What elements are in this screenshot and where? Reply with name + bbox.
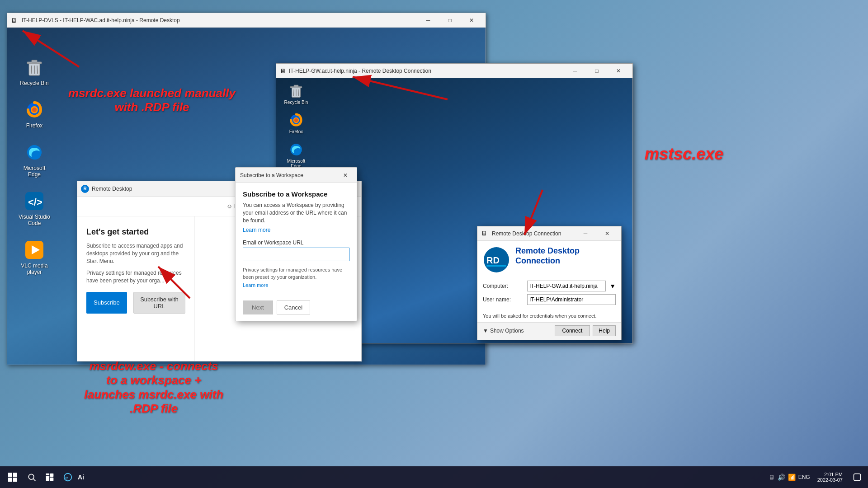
svg-line-45 [33, 479, 36, 481]
svg-text:RD: RD [486, 255, 500, 265]
feedback-icon: ☺ [226, 203, 232, 210]
cancel-btn[interactable]: Cancel [277, 300, 310, 314]
icon-recycle-bin[interactable]: Recycle Bin [16, 55, 52, 88]
rdc-body: RD Remote Desktop Connection [477, 241, 621, 277]
second-edge[interactable]: Microsoft Edge [282, 141, 311, 169]
second-recycle-bin[interactable]: Recycle Bin [282, 83, 311, 105]
svg-rect-42 [8, 478, 12, 482]
privacy-text: Privacy settings for managed resources h… [243, 267, 349, 281]
speaker-icon: 🔊 [778, 474, 785, 481]
rdc-info: Remote Desktop Connection [515, 246, 580, 273]
icon-vscode[interactable]: </> Visual Studio Code [16, 188, 52, 228]
svg-line-5 [37, 66, 38, 74]
learn-more-link[interactable]: Learn more [243, 227, 349, 233]
vscode-icon: </> [24, 190, 45, 212]
rdc-minimize-btn[interactable]: ─ [575, 226, 596, 241]
date-display: 2022-03-07 [817, 477, 843, 483]
svg-line-3 [31, 66, 32, 74]
rdc-computer-input[interactable] [527, 281, 606, 291]
second-close-btn[interactable]: ✕ [608, 64, 629, 78]
svg-rect-52 [854, 474, 861, 481]
rdc-title: Remote Desktop Connection [492, 230, 575, 237]
second-firefox[interactable]: Firefox [282, 112, 311, 134]
rdc-controls: ─ ✕ [575, 226, 618, 241]
second-rdp-title: IT-HELP-GW.ad.it-help.ninja - Remote Des… [289, 68, 565, 74]
main-rdp-title: IT-HELP-DVLS - IT-HELP-WAC.ad.it-help.ni… [22, 17, 418, 23]
svg-text:e: e [66, 475, 68, 480]
second-maximize-btn[interactable]: □ [586, 64, 607, 78]
subscribe-heading: Subscribe to a Workspace [243, 190, 349, 198]
help-btn[interactable]: Help [593, 325, 616, 336]
start-button[interactable] [4, 468, 22, 486]
subscribe-footer: Next Cancel [236, 300, 357, 321]
firefox-icon [24, 99, 45, 121]
taskbar-right: 🖥 🔊 📶 ENG 2:01 PM 2022-03-07 [769, 470, 864, 484]
subscribe-url-btn[interactable]: Subscribe with URL [133, 292, 185, 314]
second-edge-icon [288, 141, 304, 158]
learn-more-2-link[interactable]: Learn more [243, 282, 349, 288]
maximize-btn[interactable]: □ [439, 13, 460, 28]
svg-rect-46 [46, 474, 50, 475]
second-firefox-label: Firefox [289, 129, 303, 134]
subscribe-buttons: Subscribe Subscribe with URL [86, 292, 185, 314]
show-options-label: Show Options [490, 328, 524, 334]
rdc-username-label: User name: [483, 296, 524, 303]
second-rdp-icon: 🖥 [280, 67, 286, 75]
email-input[interactable] [243, 248, 349, 261]
second-rdp-controls: ─ □ ✕ [565, 64, 629, 78]
subscribe-btn[interactable]: Subscribe [86, 292, 127, 314]
svg-point-44 [28, 474, 34, 479]
close-btn[interactable]: ✕ [461, 13, 482, 28]
rdc-close-btn[interactable]: ✕ [597, 226, 618, 241]
svg-rect-2 [32, 60, 37, 62]
notification-btn[interactable] [850, 470, 864, 484]
rdc-logo: RD [483, 246, 510, 273]
icon-vlc[interactable]: VLC media player [16, 237, 52, 277]
rdc-dialog: 🖥 Remote Desktop Connection ─ ✕ RD Remot… [477, 226, 622, 340]
rdc-heading-line1: Remote Desktop [515, 246, 580, 256]
taskbar-clock[interactable]: 2:01 PM 2022-03-07 [817, 472, 843, 483]
taskbar: e Ai 🖥 🔊 📶 ENG 2:01 PM 2022-03-07 [0, 466, 868, 488]
svg-line-19 [298, 89, 299, 96]
rdc-icon: 🖥 [481, 230, 489, 238]
subscribe-dialog-title: Subscribe to a Workspace [240, 172, 339, 178]
svg-text:</>: </> [28, 197, 42, 208]
main-rdp-titlebar: 🖥 IT-HELP-DVLS - IT-HELP-WAC.ad.it-help.… [7, 13, 486, 28]
network-icon: 📶 [788, 474, 796, 481]
svg-rect-43 [13, 478, 17, 482]
rdc-heading: Remote Desktop Connection [515, 246, 580, 266]
second-rdp-icons: Recycle Bin Firefox [282, 83, 311, 169]
edge-icon [24, 141, 45, 163]
msrdcw-app-icon: R [81, 185, 89, 193]
svg-rect-49 [50, 478, 54, 481]
subscribe-description: You can access a Workspace by providing … [243, 202, 349, 224]
lang-label: ENG [798, 474, 810, 480]
email-label: Email or Workspace URL [243, 239, 349, 246]
icon-firefox[interactable]: Firefox [16, 97, 52, 131]
show-options-btn[interactable]: ▼ Show Options [483, 328, 524, 334]
second-firefox-icon [288, 112, 304, 128]
rdc-note: You will be asked for credentials when y… [477, 313, 621, 322]
rdc-username-input[interactable] [527, 294, 616, 305]
monitor-icon: 🖥 [769, 474, 775, 481]
second-minimize-btn[interactable]: ─ [565, 64, 585, 78]
taskbar-ai-label[interactable]: Ai [78, 474, 84, 481]
connect-btn[interactable]: Connect [555, 325, 590, 336]
rdc-computer-row: Computer: ▼ [483, 281, 616, 291]
system-tray-icons: 🖥 🔊 📶 ENG [769, 474, 810, 481]
search-button[interactable] [24, 469, 40, 485]
vlc-label: VLC media player [18, 263, 51, 275]
widgets-button[interactable] [42, 469, 58, 485]
next-btn[interactable]: Next [243, 300, 273, 314]
minimize-btn[interactable]: ─ [418, 13, 439, 28]
svg-rect-40 [8, 473, 12, 477]
icon-edge[interactable]: Microsoft Edge [16, 140, 52, 179]
subscribe-body: Subscribe to a Workspace You can access … [236, 183, 357, 300]
msrdcw-para1: Subscribe to access managed apps and des… [86, 242, 185, 265]
svg-rect-16 [294, 85, 298, 87]
ie-button[interactable]: e [60, 469, 76, 485]
annotation-msrdc: msrdc.exe launched manuallywith .RDP fil… [43, 86, 260, 114]
vlc-icon [24, 239, 45, 261]
rdc-dropdown-icon[interactable]: ▼ [609, 282, 616, 290]
subscribe-close-btn[interactable]: ✕ [339, 169, 352, 182]
